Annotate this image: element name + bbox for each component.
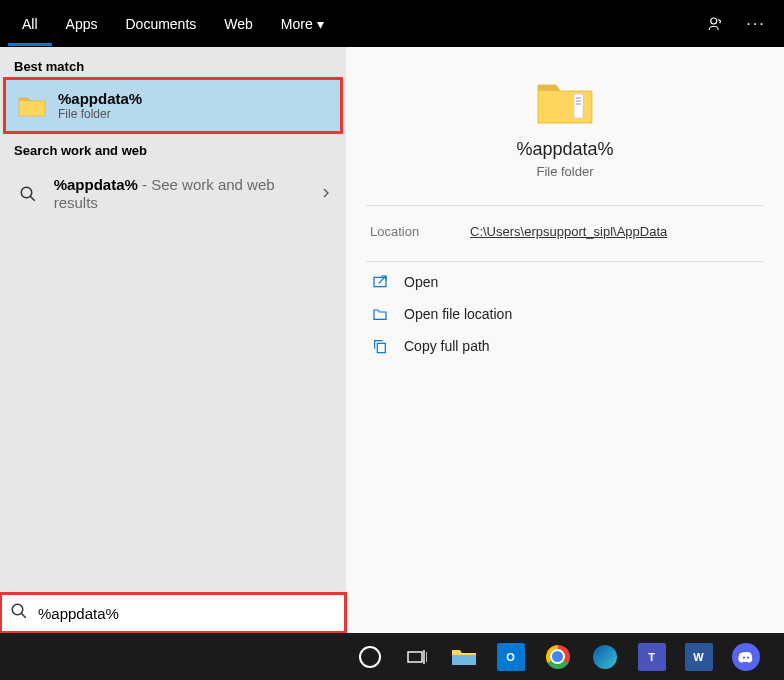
folder-icon bbox=[450, 643, 478, 671]
best-match-result[interactable]: %appdata% File folder bbox=[6, 80, 340, 131]
svg-rect-9 bbox=[377, 343, 385, 352]
location-label: Location bbox=[370, 224, 470, 239]
search-input[interactable] bbox=[38, 605, 336, 622]
svg-line-2 bbox=[30, 196, 35, 201]
action-label: Open bbox=[404, 274, 438, 290]
discord-icon bbox=[732, 643, 760, 671]
search-icon bbox=[10, 602, 28, 624]
svg-point-17 bbox=[746, 656, 748, 658]
tab-apps[interactable]: Apps bbox=[52, 2, 112, 46]
file-explorer-button[interactable] bbox=[440, 633, 487, 680]
cortana-button[interactable] bbox=[346, 633, 393, 680]
outlook-icon: O bbox=[497, 643, 525, 671]
open-icon bbox=[370, 274, 390, 290]
results-pane: Best match %appdata% File folder Search … bbox=[0, 47, 346, 633]
result-subtitle: File folder bbox=[58, 107, 142, 121]
word-button[interactable]: W bbox=[675, 633, 722, 680]
discord-button[interactable] bbox=[722, 633, 769, 680]
tab-all[interactable]: All bbox=[8, 2, 52, 46]
folder-icon bbox=[18, 92, 46, 120]
task-view-icon bbox=[407, 649, 427, 665]
svg-point-16 bbox=[742, 656, 744, 658]
svg-rect-15 bbox=[452, 655, 476, 665]
chevron-right-icon bbox=[320, 185, 332, 203]
svg-point-0 bbox=[711, 18, 717, 24]
preview-title: %appdata% bbox=[346, 139, 784, 160]
chevron-down-icon: ▾ bbox=[317, 16, 324, 32]
teams-button[interactable]: T bbox=[628, 633, 675, 680]
action-label: Copy full path bbox=[404, 338, 490, 354]
word-icon: W bbox=[685, 643, 713, 671]
best-match-header: Best match bbox=[0, 47, 346, 80]
preview-subtitle: File folder bbox=[346, 164, 784, 179]
svg-rect-12 bbox=[408, 652, 422, 662]
copy-icon bbox=[370, 338, 390, 354]
tab-more[interactable]: More ▾ bbox=[267, 2, 338, 46]
action-label: Open file location bbox=[404, 306, 512, 322]
web-result[interactable]: %appdata% - See work and web results bbox=[0, 164, 346, 224]
search-web-header: Search work and web bbox=[0, 131, 346, 164]
outlook-button[interactable]: O bbox=[487, 633, 534, 680]
search-box[interactable] bbox=[0, 593, 346, 633]
chrome-button[interactable] bbox=[534, 633, 581, 680]
task-view-button[interactable] bbox=[393, 633, 440, 680]
svg-line-11 bbox=[21, 613, 26, 618]
svg-point-1 bbox=[21, 187, 32, 198]
svg-point-10 bbox=[12, 604, 23, 615]
tab-web[interactable]: Web bbox=[210, 2, 267, 46]
more-options-icon[interactable]: ··· bbox=[736, 0, 776, 47]
taskbar: O T W bbox=[0, 633, 784, 680]
action-open-location[interactable]: Open file location bbox=[366, 298, 764, 330]
feedback-icon[interactable] bbox=[696, 0, 736, 47]
preview-pane: %appdata% File folder Location C:\Users\… bbox=[346, 47, 784, 633]
cortana-icon bbox=[359, 646, 381, 668]
web-query: %appdata% bbox=[54, 176, 138, 193]
search-icon bbox=[14, 180, 42, 208]
action-copy-path[interactable]: Copy full path bbox=[366, 330, 764, 362]
result-title: %appdata% bbox=[58, 90, 142, 107]
folder-icon bbox=[536, 77, 594, 125]
search-tabs: All Apps Documents Web More ▾ ··· bbox=[0, 0, 784, 47]
chrome-icon bbox=[546, 645, 570, 669]
edge-icon bbox=[593, 645, 617, 669]
tab-documents[interactable]: Documents bbox=[111, 2, 210, 46]
location-value[interactable]: C:\Users\erpsupport_sipl\AppData bbox=[470, 224, 667, 239]
action-open[interactable]: Open bbox=[366, 266, 764, 298]
folder-open-icon bbox=[370, 306, 390, 322]
teams-icon: T bbox=[638, 643, 666, 671]
edge-button[interactable] bbox=[581, 633, 628, 680]
